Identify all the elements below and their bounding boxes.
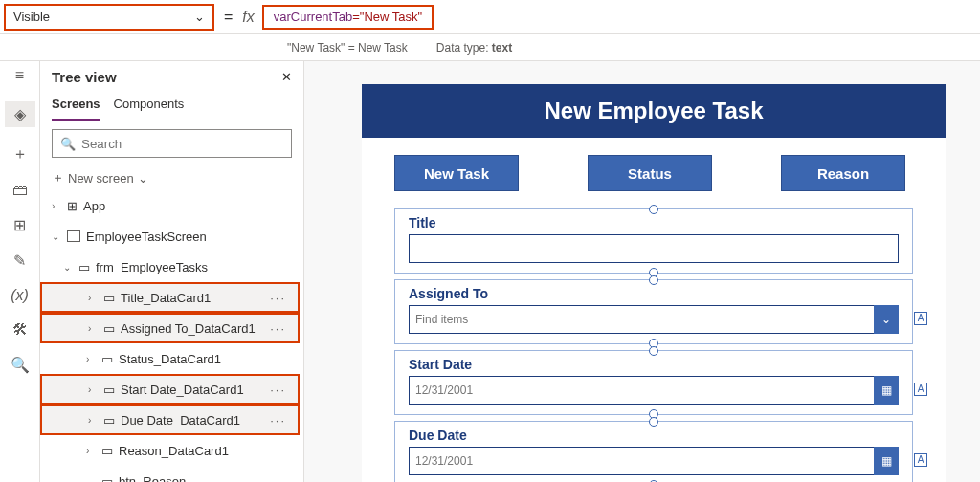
card-assigned[interactable]: Assigned To Find items⌄ A	[394, 279, 913, 344]
tab-components[interactable]: Components	[114, 93, 185, 120]
card-due-date[interactable]: Due Date 12/31/2001▦ A	[394, 421, 913, 482]
formula-hint-right: Data type: Data type: texttext	[436, 41, 512, 55]
equals-sign: =	[224, 9, 233, 26]
tree-node-start-card[interactable]: ›▭Start Date_DataCard1···	[40, 374, 300, 405]
tab-screens[interactable]: Screens	[52, 93, 100, 120]
tree-node-app[interactable]: ›⊞App	[40, 190, 303, 221]
tab-btn-reason[interactable]: Reason	[781, 155, 905, 191]
tree-node-reason-card[interactable]: ›▭Reason_DataCard1	[40, 435, 303, 466]
fx-icon: fx	[242, 9, 254, 26]
accessibility-badge: A	[914, 312, 927, 325]
calendar-icon: ▦	[874, 376, 899, 405]
formula-bar[interactable]: varCurrentTab ="New Task"	[262, 5, 434, 30]
assigned-combo[interactable]: Find items⌄	[409, 305, 899, 334]
search-field[interactable]	[81, 137, 283, 151]
left-rail: ≡ ◈ ＋ 🗃 ⊞ ✎ (x) 🛠 🔍	[0, 61, 40, 482]
variable-icon[interactable]: (x)	[11, 287, 29, 304]
chevron-down-icon: ⌄	[874, 305, 899, 334]
accessibility-badge: A	[914, 453, 927, 467]
new-screen-button[interactable]: ＋ New screen ⌄	[40, 165, 303, 190]
property-dropdown[interactable]: Visible ⌄	[4, 4, 214, 31]
card-label: Start Date	[409, 357, 899, 372]
calendar-icon: ▦	[874, 447, 899, 475]
tree-node-assigned-card[interactable]: ›▭Assigned To_DataCard1···	[40, 313, 300, 343]
tree-node-due-card[interactable]: ›▭Due Date_DataCard1···	[40, 405, 300, 435]
accessibility-badge: A	[914, 383, 927, 396]
tree-node-status-card[interactable]: ›▭Status_DataCard1	[40, 343, 303, 374]
canvas: New Employee Task New Task Status Reason…	[304, 61, 980, 482]
card-start-date[interactable]: Start Date 12/31/2001▦ A	[394, 350, 913, 415]
tree-title: Tree view	[52, 69, 117, 85]
tree-node-btn-reason[interactable]: ▭btn_Reason	[40, 466, 303, 482]
due-date-picker[interactable]: 12/31/2001▦	[409, 447, 899, 475]
tree-node-screen[interactable]: ⌄EmployeeTaskScreen	[40, 221, 303, 252]
layers-icon[interactable]: ◈	[5, 101, 35, 127]
tools-icon[interactable]: 🛠	[12, 321, 28, 339]
tree-node-title-card[interactable]: ›▭Title_DataCard1···	[40, 282, 300, 313]
tab-btn-status[interactable]: Status	[588, 155, 712, 191]
card-label: Assigned To	[409, 286, 899, 301]
chevron-down-icon: ⌄	[194, 10, 205, 24]
search-icon: 🔍	[60, 137, 76, 151]
tree-view-panel: Tree view ✕ Screens Components 🔍 ＋ New s…	[40, 61, 304, 482]
search-input[interactable]: 🔍	[52, 129, 292, 158]
card-label: Due Date	[409, 427, 899, 443]
data-icon[interactable]: 🗃	[12, 182, 28, 199]
card-title[interactable]: Title	[394, 208, 913, 274]
chevron-down-icon: ⌄	[138, 171, 148, 186]
close-icon[interactable]: ✕	[281, 70, 292, 84]
plus-icon[interactable]: ＋	[12, 144, 28, 164]
property-label: Visible	[13, 10, 50, 24]
hamburger-icon[interactable]: ≡	[15, 67, 24, 84]
tree-node-form[interactable]: ⌄▭frm_EmployeeTasks	[40, 252, 303, 282]
search-icon[interactable]: 🔍	[11, 356, 30, 374]
app-header: New Employee Task	[362, 84, 946, 138]
plus-icon: ＋	[52, 169, 64, 186]
formula-hint-left: "New Task" = New Task	[287, 41, 408, 55]
formula-string: ="New Task"	[352, 10, 422, 24]
tab-btn-new-task[interactable]: New Task	[394, 155, 519, 191]
formula-variable: varCurrentTab	[274, 10, 352, 24]
card-label: Title	[409, 215, 899, 230]
title-input[interactable]	[409, 234, 899, 263]
draw-icon[interactable]: ✎	[13, 252, 26, 270]
media-icon[interactable]: ⊞	[13, 216, 26, 234]
start-date-picker[interactable]: 12/31/2001▦	[409, 376, 899, 405]
